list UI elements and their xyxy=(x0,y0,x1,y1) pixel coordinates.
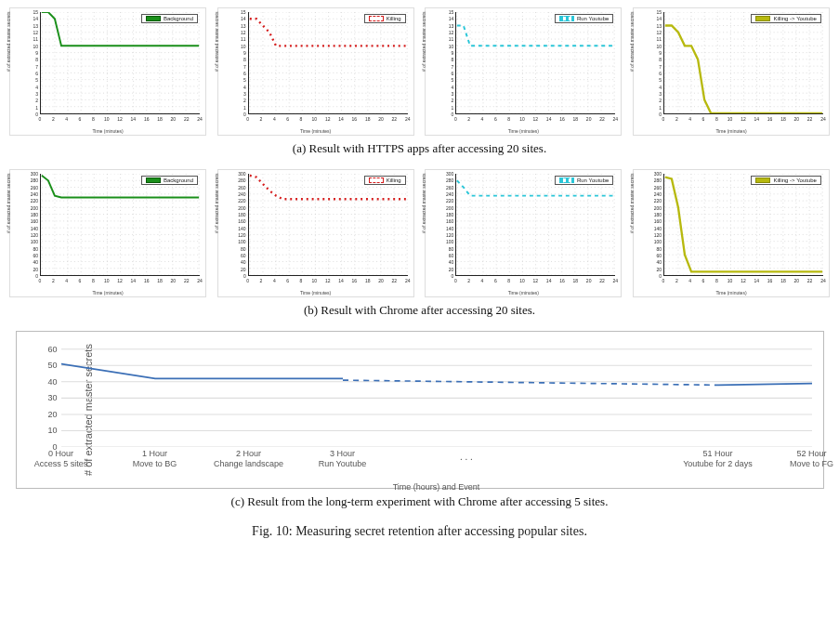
xticks-c: Time (hours) and Event 0 HourAccess 5 si… xyxy=(61,449,812,484)
yticks-c: 0102030405060 xyxy=(41,341,58,447)
xlabel: Time (minutes) xyxy=(715,128,746,134)
xtick: 52 HourMove to FG xyxy=(770,449,840,469)
panel-b4: 0204060801001201401601802002202402602803… xyxy=(633,169,830,297)
xlabel-c: Time (hours) and Event xyxy=(393,482,480,492)
panel-b1: 0204060801001201401601802002202402602803… xyxy=(9,169,206,297)
row-b: 0204060801001201401601802002202402602803… xyxy=(9,169,830,297)
xlabel: Time (minutes) xyxy=(300,128,331,134)
plot-c xyxy=(61,341,812,447)
caption-a: (a) Result with HTTPS apps after accessi… xyxy=(9,141,830,156)
ylabel: # of extracted master secrets xyxy=(421,12,426,72)
xlabel: Time (minutes) xyxy=(508,128,539,134)
caption-b: (b) Result with Chrome after accessing 2… xyxy=(9,303,830,318)
panel-a1: 0123456789101112131415024681012141618202… xyxy=(9,7,206,136)
figure-caption: Fig. 10: Measuring secret retention afte… xyxy=(9,524,830,539)
panel-a3: 0123456789101112131415024681012141618202… xyxy=(425,7,622,136)
ylabel: # of extracted master secrets xyxy=(421,174,426,233)
panel-b2: 0204060801001201401601802002202402602803… xyxy=(217,169,414,297)
legend: Killing -> Youtube xyxy=(751,176,821,185)
ylabel: # of extracted master secrets xyxy=(214,174,219,233)
legend: Killing -> Youtube xyxy=(751,14,821,23)
ylabel: # of extracted master secrets xyxy=(629,12,635,72)
legend: Killing xyxy=(364,14,406,23)
panel-a4: 0123456789101112131415024681012141618202… xyxy=(633,7,830,136)
legend: Background xyxy=(141,176,198,185)
panel-a2: 0123456789101112131415024681012141618202… xyxy=(217,7,414,136)
xlabel: Time (minutes) xyxy=(92,290,123,296)
ylabel: # of extracted master secrets xyxy=(6,174,11,233)
xlabel: Time (minutes) xyxy=(92,128,123,134)
xtick: 51 HourYoutube for 2 days xyxy=(676,449,760,469)
caption-c: (c) Result from the long-term experiment… xyxy=(9,494,830,509)
ylabel: # of extracted master secrets xyxy=(214,12,219,72)
xtick: 3 HourRun Youtube xyxy=(301,449,385,469)
xlabel: Time (minutes) xyxy=(508,290,539,296)
ylabel: # of extracted master secrets xyxy=(6,12,11,72)
panel-c: # of extracted master secrets 0102030405… xyxy=(16,331,824,489)
ylabel: # of extracted master secrets xyxy=(629,174,635,233)
xlabel: Time (minutes) xyxy=(300,290,331,296)
legend: Run Youtube xyxy=(555,176,613,185)
panel-b3: 0204060801001201401601802002202402602803… xyxy=(425,169,622,297)
legend: Killing xyxy=(364,176,406,185)
xlabel: Time (minutes) xyxy=(715,290,746,296)
xtick: 0 HourAccess 5 sites xyxy=(20,449,103,469)
legend: Run Youtube xyxy=(555,14,613,23)
row-a: 0123456789101112131415024681012141618202… xyxy=(9,7,830,136)
legend: Background xyxy=(141,14,198,23)
xtick: 1 HourMove to BG xyxy=(113,449,197,469)
xtick: 2 HourChange landscape xyxy=(207,449,291,469)
